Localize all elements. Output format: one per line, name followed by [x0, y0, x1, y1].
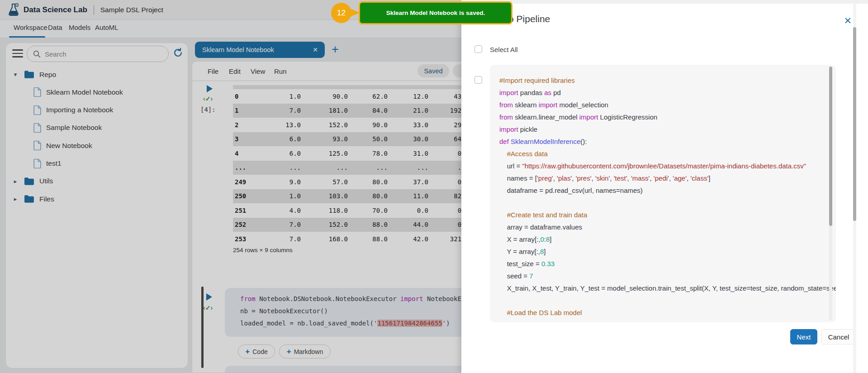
code-line: from sklearn import model_selection — [499, 99, 836, 111]
step-number: 12 — [337, 9, 346, 18]
cancel-button[interactable]: Cancel — [821, 329, 856, 344]
select-all-checkbox[interactable] — [474, 45, 482, 53]
add-to-pipeline-dialog: Add to Pipeline ✕ Select All #Import req… — [461, 4, 868, 373]
code-line: def SklearnModelInference(): — [499, 135, 836, 148]
code-line: import pickle — [499, 123, 836, 135]
code-line: X_train, X_test, Y_train, Y_test = model… — [499, 282, 836, 294]
code-line: names = ['preg', 'plas', 'pres', 'skin',… — [499, 172, 836, 184]
pipeline-code-card[interactable]: #Import required librariesimport pandas … — [490, 65, 836, 322]
toast-message: Sklearn Model Notebook is saved. — [386, 10, 485, 16]
code-line — [499, 196, 836, 209]
code-line: url = "https://raw.githubusercontent.com… — [499, 160, 836, 172]
save-toast: Sklearn Model Notebook is saved. — [359, 1, 512, 24]
dialog-scrollbar-thumb[interactable] — [853, 27, 856, 221]
code-line: dataframe = pd.read_csv(url, names=names… — [499, 184, 836, 196]
code-line: #Access data — [499, 148, 836, 160]
code-line: #Import required libraries — [499, 74, 836, 86]
code-line — [499, 294, 836, 306]
code-line: #Create test and train data — [499, 209, 836, 221]
code-line: Y = array[:,8] — [499, 245, 836, 258]
code-line: from sklearn.linear_model import Logisti… — [499, 111, 836, 123]
code-line: array = dataframe.values — [499, 221, 836, 233]
pipeline-code: #Import required librariesimport pandas … — [490, 65, 836, 319]
code-line: #Load the DS Lab model — [499, 306, 836, 319]
step-badge: 12 — [331, 3, 351, 23]
select-all-label: Select All — [490, 46, 518, 53]
cell-select-checkbox[interactable] — [474, 76, 482, 84]
code-line: import pandas as pd — [499, 86, 836, 99]
code-line: seed = 7 — [499, 270, 836, 282]
modal-top-gap — [461, 0, 868, 4]
next-button[interactable]: Next — [790, 329, 817, 344]
card-scrollbar-thumb[interactable] — [829, 67, 832, 226]
close-dialog-icon[interactable]: ✕ — [844, 15, 852, 26]
code-line: X = array[:,0:8] — [499, 233, 836, 245]
code-line: test_size = 0.33 — [499, 258, 836, 270]
